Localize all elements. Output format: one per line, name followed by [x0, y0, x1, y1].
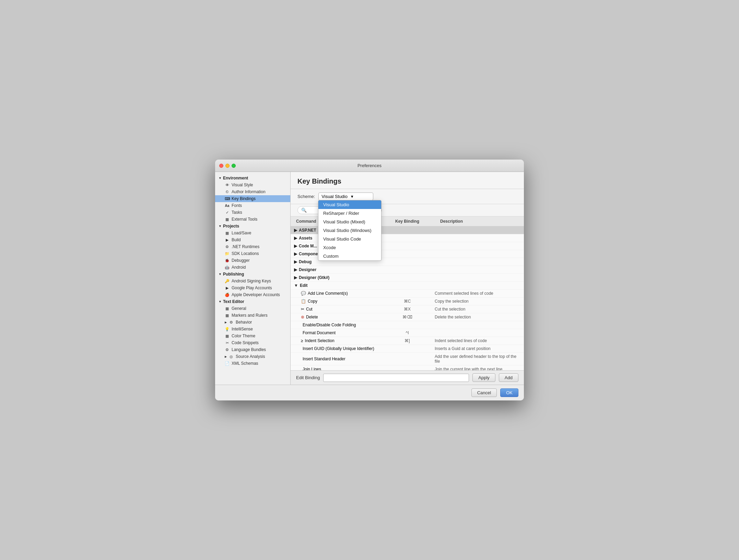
sidebar-item-load-save[interactable]: ▦ Load/Save	[215, 230, 290, 236]
maximize-button[interactable]	[232, 164, 236, 168]
sidebar-item-markers-rulers[interactable]: ▦ Markers and Rulers	[215, 312, 290, 319]
sidebar-section-projects[interactable]: ▼ Projects	[215, 223, 290, 230]
window-title: Preferences	[357, 163, 382, 168]
dropdown-item-vs-mixed[interactable]: Visual Studio (Mixed)	[318, 218, 381, 226]
item-binding: ⌘C	[380, 299, 435, 304]
close-button[interactable]	[219, 164, 223, 168]
list-item[interactable]: ⊗ Delete ⌘⌫ Delete the selection	[291, 313, 524, 321]
sidebar-item-android[interactable]: 🤖 Android	[215, 264, 290, 271]
dropdown-item-custom[interactable]: Custom	[318, 252, 381, 260]
apple-icon: 🍎	[225, 293, 230, 297]
sidebar-item-color-theme[interactable]: ▦ Color Theme	[215, 332, 290, 339]
list-item[interactable]: Enable/Disable Code Folding	[291, 321, 524, 329]
item-name: Format Document	[294, 330, 380, 335]
edit-binding-row: Edit Binding Apply Add	[291, 370, 524, 385]
expand-icon: ▶	[294, 252, 297, 256]
scheme-row: Scheme: Visual Studio ▾ Visual Studio Re…	[291, 189, 524, 204]
tree-section-label: Designer (Gtk#)	[299, 275, 329, 280]
sidebar-item-net-runtimes[interactable]: ⚙ .NET Runtimes	[215, 243, 290, 250]
list-item[interactable]: 📋 Copy ⌘C Copy the selection	[291, 298, 524, 305]
sidebar-item-xml-schemas[interactable]: 📄 XML Schemas	[215, 360, 290, 367]
copy-icon: 📋	[301, 299, 306, 304]
sidebar-item-key-bindings[interactable]: ⌨ Key Bindings	[215, 195, 290, 202]
item-desc	[435, 330, 520, 335]
sidebar-item-behavior[interactable]: ▶ ⚙ Behavior	[215, 319, 290, 326]
sidebar-item-external-tools[interactable]: ▦ External Tools	[215, 216, 290, 223]
comment-icon: 💬	[301, 291, 306, 296]
edit-binding-input[interactable]	[323, 374, 469, 382]
list-item[interactable]: Insert Standard Header Add the user defi…	[291, 353, 524, 365]
list-item[interactable]: Format Document ^I	[291, 329, 524, 337]
dropdown-item-resharper[interactable]: ReSharper / Rider	[318, 209, 381, 218]
dropdown-item-xcode[interactable]: Xcode	[318, 243, 381, 252]
sidebar-section-environment[interactable]: ▼ Environment	[215, 175, 290, 182]
list-item[interactable]: ✂ Cut ⌘X Cut the selection	[291, 305, 524, 313]
dropdown-item-visual-studio[interactable]: Visual Studio	[318, 200, 381, 209]
search-icon: 🔍	[301, 208, 307, 213]
apply-button[interactable]: Apply	[472, 373, 495, 382]
sidebar-item-sdk-locations[interactable]: 📁 SDK Locations	[215, 250, 290, 257]
item-name: 📋 Copy	[294, 299, 380, 304]
sidebar-item-debugger[interactable]: 🐞 Debugger	[215, 257, 290, 264]
sidebar-item-intellisense[interactable]: 💡 IntelliSense	[215, 326, 290, 332]
ok-button[interactable]: OK	[500, 388, 518, 397]
delete-icon: ⊗	[301, 315, 304, 319]
add-button[interactable]: Add	[499, 373, 518, 382]
dropdown-item-vs-code[interactable]: Visual Studio Code	[318, 235, 381, 243]
tree-section-edit[interactable]: ▼ Edit	[291, 282, 524, 290]
scheme-selected-value: Visual Studio	[321, 194, 348, 199]
key-icon: 🔑	[225, 279, 230, 283]
sidebar-section-label: Text Editor	[223, 299, 244, 304]
tree-section-designer-gtk[interactable]: ▶ Designer (Gtk#)	[291, 274, 524, 282]
list-item[interactable]: 💬 Add Line Comment(s) Comment selected l…	[291, 290, 524, 298]
list-item[interactable]: Insert GUID (Globally Unique Identifier)…	[291, 345, 524, 353]
item-binding: ⌘]	[380, 338, 435, 343]
item-binding	[380, 291, 435, 296]
sidebar-section-label: Publishing	[223, 272, 244, 277]
debugger-icon: 🐞	[225, 258, 230, 263]
item-desc: Copy the selection	[435, 299, 520, 304]
main-content: ▼ Environment 👁 Visual Style © Author In…	[215, 172, 524, 385]
item-desc: Cut the selection	[435, 307, 520, 312]
preferences-window: Preferences ▼ Environment 👁 Visual Style…	[215, 160, 524, 400]
sidebar-item-visual-style[interactable]: 👁 Visual Style	[215, 182, 290, 188]
sidebar-item-build[interactable]: ▶ Build	[215, 236, 290, 243]
scheme-label: Scheme:	[297, 194, 315, 199]
sidebar-section-publishing[interactable]: ▼ Publishing	[215, 271, 290, 278]
sidebar-item-android-signing-keys[interactable]: 🔑 Android Signing Keys	[215, 278, 290, 284]
list-item[interactable]: Join Lines Join the current line with th…	[291, 365, 524, 370]
tree-section-label: Debug	[299, 259, 312, 264]
sidebar-item-tasks[interactable]: ✓ Tasks	[215, 209, 290, 216]
minimize-button[interactable]	[225, 164, 230, 168]
sidebar-item-apple-developer-accounts[interactable]: 🍎 Apple Developer Accounts	[215, 291, 290, 298]
expand-icon: ▼	[219, 272, 222, 276]
xml-icon: 📄	[225, 361, 230, 366]
expand-icon: ▶	[294, 267, 297, 272]
sidebar-item-code-snippets[interactable]: ✂ Code Snippets	[215, 339, 290, 346]
markers-icon: ▦	[225, 313, 230, 318]
tree-section-label: Edit	[300, 283, 308, 288]
eye-icon: 👁	[225, 183, 230, 187]
item-name: Join Lines	[294, 367, 380, 370]
traffic-lights	[219, 164, 236, 168]
dropdown-item-vs-windows[interactable]: Visual Studio (Windows)	[318, 226, 381, 235]
scheme-dropdown[interactable]: Visual Studio ▾	[318, 192, 373, 200]
edit-binding-label: Edit Binding	[296, 375, 320, 380]
list-item[interactable]: ≥ Indent Selection ⌘] Indent selected li…	[291, 337, 524, 345]
item-name: Enable/Disable Code Folding	[294, 323, 380, 327]
cancel-button[interactable]: Cancel	[471, 388, 497, 397]
sidebar-item-fonts[interactable]: Aa Fonts	[215, 202, 290, 209]
tree-section-label: Designer	[299, 267, 316, 272]
scheme-dropdown-popup: Visual Studio ReSharper / Rider Visual S…	[318, 200, 382, 261]
page-title: Key Bindings	[297, 177, 517, 185]
author-icon: ©	[225, 190, 230, 194]
sidebar-item-language-bundles[interactable]: ⚙ Language Bundles	[215, 346, 290, 353]
sidebar-item-author-information[interactable]: © Author Information	[215, 188, 290, 195]
sidebar-item-google-play-accounts[interactable]: ▶ Google Play Accounts	[215, 284, 290, 291]
sidebar-item-source-analysis[interactable]: ▶ ◎ Source Analysis	[215, 353, 290, 360]
sidebar-section-text-editor[interactable]: ▼ Text Editor	[215, 298, 290, 305]
language-icon: ⚙	[225, 348, 230, 352]
tree-section-designer[interactable]: ▶ Designer	[291, 266, 524, 274]
item-binding: ⌘X	[380, 307, 435, 312]
sidebar-item-general[interactable]: ▦ General	[215, 305, 290, 312]
